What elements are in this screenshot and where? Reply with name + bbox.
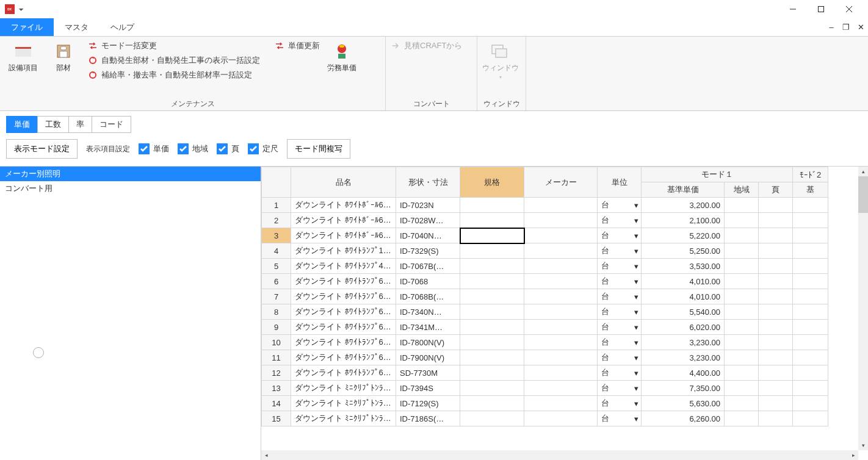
cell-spec[interactable] bbox=[460, 396, 524, 411]
cell-unit[interactable]: 台▾ bbox=[598, 198, 642, 213]
check-page[interactable] bbox=[217, 143, 228, 154]
chevron-down-icon[interactable]: ▾ bbox=[634, 353, 638, 362]
cell-maker[interactable] bbox=[524, 365, 598, 381]
chevron-down-icon[interactable]: ▾ bbox=[634, 384, 638, 393]
cell-spec[interactable] bbox=[460, 259, 524, 274]
cell-page[interactable] bbox=[759, 243, 793, 259]
cell-price[interactable]: 5,250.00 bbox=[642, 243, 725, 259]
cell-unit[interactable]: 台▾ bbox=[598, 213, 642, 228]
cell-spec[interactable] bbox=[460, 228, 524, 243]
cell-page[interactable] bbox=[759, 381, 793, 396]
cell-mode2[interactable] bbox=[793, 274, 828, 289]
cell-mode2[interactable] bbox=[793, 198, 828, 213]
cell-mode2[interactable] bbox=[793, 381, 828, 396]
cell-shape[interactable]: ID-7129(S) bbox=[396, 396, 460, 411]
cell-page[interactable] bbox=[759, 274, 793, 289]
table-row[interactable]: 12ダウンライト ﾎﾜｲﾄﾗﾝﾌﾟ60…SD-7730M台▾4,400.00 bbox=[262, 365, 828, 381]
unit-price-update-button[interactable]: 単価更新 bbox=[275, 40, 320, 51]
table-row[interactable]: 5ダウンライト ﾎﾜｲﾄﾗﾝﾌﾟ40…ID-7067B(…台▾3,530.00 bbox=[262, 259, 828, 274]
cell-name[interactable]: ダウンライト ﾐﾆｸﾘﾌﾟﾄﾝﾗﾝ… bbox=[291, 396, 396, 411]
table-row[interactable]: 10ダウンライト ﾎﾜｲﾄﾗﾝﾌﾟ60…ID-7800N(V)台▾3,230.0… bbox=[262, 335, 828, 350]
cell-shape[interactable]: ID-7040N… bbox=[396, 228, 460, 243]
chevron-down-icon[interactable]: ▾ bbox=[634, 323, 638, 332]
radio-indicator[interactable] bbox=[33, 347, 44, 358]
cell-maker[interactable] bbox=[524, 411, 598, 426]
row-number[interactable]: 3 bbox=[262, 228, 291, 243]
cell-unit[interactable]: 台▾ bbox=[598, 259, 642, 274]
window-dropdown-button[interactable]: ウィンドウ ▾ bbox=[482, 39, 519, 80]
cell-shape[interactable]: ID-7341M… bbox=[396, 320, 460, 335]
cell-region[interactable] bbox=[725, 243, 759, 259]
col-rownum[interactable] bbox=[262, 167, 291, 198]
display-mode-settings-button[interactable]: 表示モード設定 bbox=[6, 139, 78, 159]
table-row[interactable]: 14ダウンライト ﾐﾆｸﾘﾌﾟﾄﾝﾗﾝ…ID-7129(S)台▾5,630.00 bbox=[262, 396, 828, 411]
cell-maker[interactable] bbox=[524, 243, 598, 259]
cell-page[interactable] bbox=[759, 259, 793, 274]
check-unit-price[interactable] bbox=[139, 143, 150, 154]
cell-name[interactable]: ダウンライト ﾎﾜｲﾄﾗﾝﾌﾟ60… bbox=[291, 274, 396, 289]
parts-button[interactable]: 部材 bbox=[45, 39, 82, 72]
cell-spec[interactable] bbox=[460, 198, 524, 213]
chevron-down-icon[interactable]: ▾ bbox=[634, 368, 638, 378]
chevron-down-icon[interactable]: ▾ bbox=[634, 338, 638, 347]
cell-region[interactable] bbox=[725, 381, 759, 396]
cell-maker[interactable] bbox=[524, 198, 598, 213]
cell-maker[interactable] bbox=[524, 320, 598, 335]
cell-region[interactable] bbox=[725, 320, 759, 335]
cell-price[interactable]: 3,200.00 bbox=[642, 198, 725, 213]
chevron-down-icon[interactable]: ▾ bbox=[634, 414, 638, 423]
cell-mode2[interactable] bbox=[793, 304, 828, 320]
chevron-down-icon[interactable]: ▾ bbox=[634, 216, 638, 225]
cell-mode2[interactable] bbox=[793, 213, 828, 228]
cell-unit[interactable]: 台▾ bbox=[598, 381, 642, 396]
cell-maker[interactable] bbox=[524, 350, 598, 365]
cell-shape[interactable]: ID-7028W… bbox=[396, 213, 460, 228]
col-spec[interactable]: 規格 bbox=[460, 167, 524, 198]
mdi-restore-button[interactable]: ❐ bbox=[839, 18, 853, 36]
scroll-right-icon[interactable]: ▸ bbox=[848, 450, 858, 460]
cell-price[interactable]: 5,540.00 bbox=[642, 304, 725, 320]
cell-maker[interactable] bbox=[524, 304, 598, 320]
chevron-down-icon[interactable]: ▾ bbox=[634, 231, 638, 240]
mdi-close-button[interactable]: ✕ bbox=[853, 18, 868, 36]
col-page[interactable]: 頁 bbox=[759, 182, 793, 198]
cell-spec[interactable] bbox=[460, 350, 524, 365]
table-row[interactable]: 15ダウンライト ﾐﾆｸﾘﾌﾟﾄﾝﾗﾝ…ID-7186S(…台▾6,260.00 bbox=[262, 411, 828, 426]
cell-page[interactable] bbox=[759, 228, 793, 243]
row-number[interactable]: 2 bbox=[262, 213, 291, 228]
table-row[interactable]: 1ダウンライト ﾎﾜｲﾄﾎﾞｰﾙ60…ID-7023N台▾3,200.00 bbox=[262, 198, 828, 213]
table-row[interactable]: 3ダウンライト ﾎﾜｲﾄﾎﾞｰﾙ60…ID-7040N…台▾5,220.00 bbox=[262, 228, 828, 243]
row-number[interactable]: 4 bbox=[262, 243, 291, 259]
check-region[interactable] bbox=[178, 143, 189, 154]
cell-price[interactable]: 5,630.00 bbox=[642, 396, 725, 411]
row-number[interactable]: 6 bbox=[262, 274, 291, 289]
mode-copy-button[interactable]: モード間複写 bbox=[287, 139, 350, 159]
cell-spec[interactable] bbox=[460, 381, 524, 396]
cell-mode2[interactable] bbox=[793, 243, 828, 259]
mdi-minimize-button[interactable]: – bbox=[824, 18, 839, 36]
auto-parts-display-button[interactable]: 自動発生部材・自動発生工事の表示一括設定 bbox=[88, 55, 260, 66]
table-row[interactable]: 11ダウンライト ﾎﾜｲﾄﾗﾝﾌﾟ60…ID-7900N(V)台▾3,230.0… bbox=[262, 350, 828, 365]
cell-name[interactable]: ダウンライト ﾐﾆｸﾘﾌﾟﾄﾝﾗﾝ… bbox=[291, 381, 396, 396]
table-row[interactable]: 13ダウンライト ﾐﾆｸﾘﾌﾟﾄﾝﾗﾝ…ID-7394S台▾7,350.00 bbox=[262, 381, 828, 396]
row-number[interactable]: 12 bbox=[262, 365, 291, 381]
table-row[interactable]: 7ダウンライト ﾎﾜｲﾄﾗﾝﾌﾟ60…ID-7068B(…台▾4,010.00 bbox=[262, 289, 828, 304]
cell-region[interactable] bbox=[725, 259, 759, 274]
data-grid[interactable]: 品名 形状・寸法 規格 メーカー 単位 モード１ ﾓｰﾄﾞ2 基準単価 地域 頁… bbox=[261, 167, 828, 426]
cell-shape[interactable]: ID-7067B(… bbox=[396, 259, 460, 274]
cell-name[interactable]: ダウンライト ﾎﾜｲﾄﾗﾝﾌﾟ60… bbox=[291, 365, 396, 381]
cell-shape[interactable]: ID-7068B(… bbox=[396, 289, 460, 304]
cell-maker[interactable] bbox=[524, 213, 598, 228]
cell-shape[interactable]: ID-7329(S) bbox=[396, 243, 460, 259]
scroll-left-icon[interactable]: ◂ bbox=[261, 450, 271, 460]
cell-price[interactable]: 2,100.00 bbox=[642, 213, 725, 228]
cell-name[interactable]: ダウンライト ﾎﾜｲﾄﾗﾝﾌﾟ60… bbox=[291, 350, 396, 365]
cell-unit[interactable]: 台▾ bbox=[598, 289, 642, 304]
chevron-down-icon[interactable]: ▾ bbox=[634, 399, 638, 408]
cell-price[interactable]: 6,260.00 bbox=[642, 411, 725, 426]
equipment-items-button[interactable]: 設備項目 bbox=[5, 39, 42, 72]
table-row[interactable]: 4ダウンライト ﾎﾜｲﾄﾗﾝﾌﾟ10…ID-7329(S)台▾5,250.00 bbox=[262, 243, 828, 259]
cell-mode2[interactable] bbox=[793, 365, 828, 381]
subtab-unit-price[interactable]: 単価 bbox=[6, 116, 38, 133]
cell-page[interactable] bbox=[759, 213, 793, 228]
